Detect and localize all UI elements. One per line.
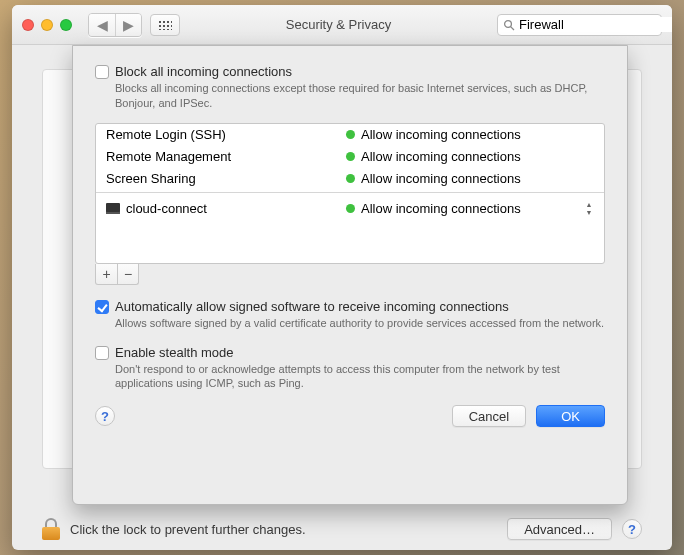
service-status: Allow incoming connections (361, 127, 521, 142)
lock-bar: Click the lock to prevent further change… (42, 518, 642, 540)
block-all-checkbox-row: Block all incoming connections Blocks al… (95, 64, 605, 111)
lock-message: Click the lock to prevent further change… (70, 522, 306, 537)
auto-allow-desc: Allows software signed by a valid certif… (115, 316, 605, 331)
window-title: Security & Privacy (188, 17, 489, 32)
list-item[interactable]: Remote Management Allow incoming connect… (96, 146, 604, 168)
status-dot-icon (346, 174, 355, 183)
add-button[interactable]: + (96, 264, 117, 284)
block-all-checkbox[interactable] (95, 65, 109, 79)
status-popup-button[interactable]: ▲ ▼ (584, 201, 594, 217)
search-input[interactable] (519, 17, 672, 32)
service-status: Allow incoming connections (361, 149, 521, 164)
status-dot-icon (346, 204, 355, 213)
service-name: Remote Login (SSH) (106, 127, 346, 142)
remove-button[interactable]: − (117, 264, 138, 284)
titlebar: ◀ ▶ Security & Privacy ✕ (12, 5, 672, 45)
service-name: Remote Management (106, 149, 346, 164)
lock-icon[interactable] (42, 518, 60, 540)
search-field[interactable]: ✕ (497, 14, 662, 36)
block-all-label: Block all incoming connections (115, 64, 605, 79)
help-button[interactable]: ? (95, 406, 115, 426)
nav-back-forward: ◀ ▶ (88, 13, 142, 37)
ok-button[interactable]: OK (536, 405, 605, 427)
app-icon (106, 203, 120, 214)
prefs-window: ◀ ▶ Security & Privacy ✕ Block all incom… (12, 5, 672, 550)
firewall-options-sheet: Block all incoming connections Blocks al… (72, 45, 628, 505)
add-remove-segment: + − (95, 264, 139, 285)
cancel-button[interactable]: Cancel (452, 405, 526, 427)
list-item[interactable]: Remote Login (SSH) Allow incoming connec… (96, 124, 604, 146)
help-button[interactable]: ? (622, 519, 642, 539)
block-all-desc: Blocks all incoming connections except t… (115, 81, 605, 111)
traffic-lights (22, 19, 72, 31)
auto-allow-row: Automatically allow signed software to r… (95, 299, 605, 331)
stealth-row: Enable stealth mode Don't respond to or … (95, 345, 605, 392)
service-name: Screen Sharing (106, 171, 346, 186)
chevron-down-icon: ▼ (584, 209, 594, 217)
forward-button[interactable]: ▶ (115, 14, 141, 36)
advanced-button[interactable]: Advanced… (507, 518, 612, 540)
svg-point-0 (505, 20, 512, 27)
list-item[interactable]: Screen Sharing Allow incoming connection… (96, 168, 604, 190)
auto-allow-label: Automatically allow signed software to r… (115, 299, 605, 314)
search-icon (503, 19, 515, 31)
auto-allow-checkbox[interactable] (95, 300, 109, 314)
service-status: Allow incoming connections (361, 171, 521, 186)
svg-line-1 (511, 26, 514, 29)
app-name: cloud-connect (126, 201, 207, 216)
back-button[interactable]: ◀ (89, 14, 115, 36)
app-status: Allow incoming connections (361, 201, 521, 216)
close-icon[interactable] (22, 19, 34, 31)
grid-icon (158, 20, 172, 30)
status-dot-icon (346, 130, 355, 139)
list-item[interactable]: cloud-connect Allow incoming connections… (96, 195, 604, 223)
stealth-checkbox[interactable] (95, 346, 109, 360)
chevron-up-icon: ▲ (584, 201, 594, 209)
firewall-app-list: Remote Login (SSH) Allow incoming connec… (95, 123, 605, 264)
status-dot-icon (346, 152, 355, 161)
stealth-desc: Don't respond to or acknowledge attempts… (115, 362, 605, 392)
zoom-icon[interactable] (60, 19, 72, 31)
stealth-label: Enable stealth mode (115, 345, 605, 360)
minimize-icon[interactable] (41, 19, 53, 31)
show-all-button[interactable] (150, 14, 180, 36)
